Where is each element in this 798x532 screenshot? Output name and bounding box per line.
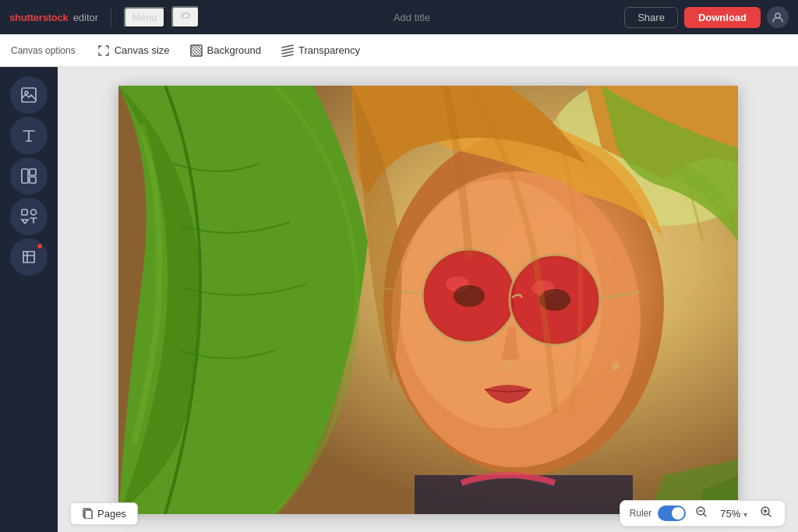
zoom-level-display[interactable]: 75% ▾ bbox=[717, 508, 750, 520]
canvas-image bbox=[118, 86, 738, 514]
svg-rect-7 bbox=[22, 210, 27, 215]
sidebar-item-text[interactable] bbox=[10, 117, 48, 154]
zoom-dropdown-icon: ▾ bbox=[743, 510, 747, 519]
brand-badge bbox=[37, 243, 43, 249]
canvas-title[interactable]: Add title bbox=[394, 12, 430, 23]
canvas-size-icon bbox=[97, 44, 110, 57]
ruler-toggle[interactable] bbox=[658, 506, 686, 521]
transparency-button[interactable]: Transparency bbox=[272, 41, 369, 61]
ruler-label: Ruler bbox=[630, 508, 652, 519]
undo-button[interactable] bbox=[171, 6, 200, 28]
brand-red: shutterstock bbox=[9, 12, 69, 23]
background-button[interactable]: Background bbox=[181, 41, 270, 61]
nav-divider bbox=[111, 8, 111, 26]
zoom-value: 75% bbox=[720, 508, 740, 520]
svg-rect-4 bbox=[22, 169, 28, 183]
ruler-toggle-knob bbox=[672, 507, 684, 520]
photo-svg bbox=[118, 86, 738, 514]
canvas-size-button[interactable]: Canvas size bbox=[88, 41, 179, 61]
svg-rect-5 bbox=[30, 169, 36, 175]
svg-point-8 bbox=[31, 210, 37, 215]
pages-label: Pages bbox=[97, 508, 126, 520]
pages-button[interactable]: Pages bbox=[70, 502, 138, 525]
background-icon bbox=[190, 44, 203, 57]
svg-point-25 bbox=[454, 285, 485, 307]
share-button[interactable]: Share bbox=[624, 7, 678, 28]
zoom-out-icon bbox=[695, 506, 708, 518]
sidebar-item-brand[interactable] bbox=[10, 238, 48, 276]
transparency-label: Transparency bbox=[298, 44, 360, 56]
elements-icon bbox=[20, 208, 37, 225]
text-icon bbox=[20, 127, 37, 144]
canvas-size-label: Canvas size bbox=[115, 44, 170, 56]
canvas-area: Pages Ruler 75% ▾ bbox=[58, 67, 798, 532]
nav-actions: Share Download bbox=[624, 6, 789, 28]
svg-point-29 bbox=[612, 362, 620, 370]
left-sidebar bbox=[0, 67, 58, 532]
title-area[interactable]: Add title bbox=[206, 12, 619, 23]
background-label: Background bbox=[207, 44, 261, 56]
sidebar-item-images[interactable] bbox=[10, 76, 48, 114]
brand-icon bbox=[20, 248, 37, 266]
pages-icon bbox=[82, 508, 93, 519]
download-button[interactable]: Download bbox=[684, 7, 761, 28]
sidebar-item-templates[interactable] bbox=[10, 157, 48, 195]
canvas-container[interactable] bbox=[118, 86, 738, 514]
menu-button[interactable]: Menu bbox=[124, 7, 165, 28]
secondary-toolbar: Canvas options Canvas size Background Tr… bbox=[0, 34, 798, 67]
svg-rect-31 bbox=[85, 510, 92, 519]
svg-rect-6 bbox=[30, 177, 36, 183]
canvas-options-label: Canvas options bbox=[11, 45, 76, 56]
zoom-in-button[interactable] bbox=[757, 506, 775, 521]
navbar: shutterstock editor Menu Add title Share… bbox=[0, 0, 798, 34]
brand-editor-label: editor bbox=[73, 12, 99, 23]
user-avatar[interactable] bbox=[767, 6, 789, 28]
transparency-icon bbox=[281, 44, 294, 57]
main-area: Pages Ruler 75% ▾ bbox=[0, 67, 798, 532]
svg-point-0 bbox=[775, 13, 780, 18]
bottom-bar: Pages Ruler 75% ▾ bbox=[58, 495, 798, 532]
templates-icon bbox=[20, 167, 37, 185]
brand-logo: shutterstock editor bbox=[9, 12, 98, 23]
zoom-ruler-controls: Ruler 75% ▾ bbox=[620, 500, 786, 527]
svg-rect-2 bbox=[22, 88, 36, 102]
images-icon bbox=[20, 86, 37, 104]
zoom-out-button[interactable] bbox=[692, 506, 711, 521]
zoom-in-icon bbox=[760, 506, 772, 518]
sidebar-item-elements[interactable] bbox=[10, 198, 48, 235]
